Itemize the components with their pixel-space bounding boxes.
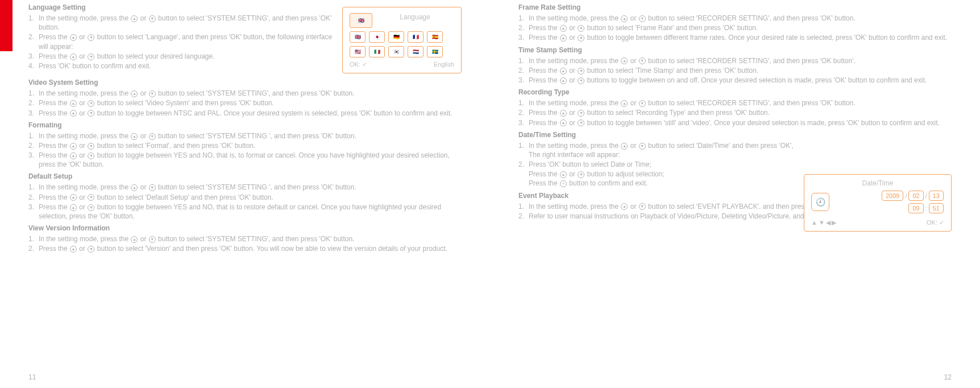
step-text: In the setting mode, press the ▲ or ▼ bu… bbox=[529, 98, 952, 108]
down-icon: ▼ bbox=[88, 194, 94, 201]
down-icon: ▼ bbox=[639, 203, 646, 210]
flag-icon: 🇪🇸 bbox=[427, 31, 443, 43]
step-text: Press the ▲ or ▼ button to select 'Recor… bbox=[529, 108, 952, 117]
page-number-left: 11 bbox=[28, 373, 36, 381]
up-icon: ▲ bbox=[560, 77, 567, 84]
num: 3. bbox=[28, 52, 39, 61]
sep: : bbox=[925, 205, 927, 212]
arrow-keys-icon: ▲▼◀▶ bbox=[811, 219, 837, 226]
heading-version-info: View Version Information bbox=[28, 224, 462, 232]
heading-frame-rate: Frame Rate Setting bbox=[518, 3, 952, 11]
up-icon: ▲ bbox=[70, 143, 77, 150]
down-icon: ▼ bbox=[88, 53, 94, 60]
step-text: In the setting mode, press the ▲ or ▼ bu… bbox=[529, 14, 952, 23]
num: 1. bbox=[518, 14, 529, 23]
year-field: 2009 bbox=[882, 191, 903, 201]
num: 2. bbox=[518, 66, 529, 75]
num: 1. bbox=[28, 131, 39, 141]
clock-icon: 🕘 bbox=[811, 193, 829, 211]
datetime-box-title: Date/Time bbox=[811, 179, 944, 187]
heading-recording-type: Recording Type bbox=[518, 88, 952, 96]
heading-language-setting: Language Setting bbox=[28, 3, 335, 11]
up-icon: ▲ bbox=[131, 15, 138, 22]
ok-label: OK: bbox=[927, 219, 937, 226]
up-icon: ▲ bbox=[131, 184, 138, 191]
up-icon: ▲ bbox=[560, 119, 567, 126]
step-text: Press 'OK' button to select Date or Time… bbox=[529, 160, 797, 169]
heading-formating: Formating bbox=[28, 121, 462, 129]
down-icon: ▼ bbox=[578, 110, 584, 117]
datetime-preview-box: Date/Time 🕘 2009/02/13 09:51 ▲▼◀▶ OK: ✓ bbox=[804, 174, 952, 232]
flag-icon: 🇳🇱 bbox=[408, 46, 423, 57]
menu-icon: ≡ bbox=[560, 180, 567, 187]
down-icon: ▼ bbox=[578, 35, 584, 42]
num: 2. bbox=[28, 244, 39, 253]
down-icon: ▼ bbox=[88, 100, 94, 107]
num: 1. bbox=[28, 89, 39, 98]
minute-field: 51 bbox=[929, 203, 944, 213]
up-icon: ▲ bbox=[621, 57, 628, 64]
sep: / bbox=[925, 192, 927, 199]
down-icon: ▼ bbox=[639, 15, 646, 22]
flag-icon: 🇺🇸 bbox=[350, 46, 366, 57]
num: 2. bbox=[518, 212, 529, 221]
num: 2. bbox=[518, 108, 529, 117]
up-icon: ▲ bbox=[560, 110, 567, 117]
flag-icon: 🇸🇪 bbox=[427, 46, 443, 57]
step-text: In the setting mode, press the ▲ or ▼ bu… bbox=[39, 14, 335, 32]
step-text: Press the ▲ or ▼ buttons to toggle betwe… bbox=[529, 76, 952, 85]
down-icon: ▼ bbox=[149, 236, 156, 243]
step-text: In the setting mode, press the ▲ or ▼ bu… bbox=[529, 56, 952, 65]
up-icon: ▲ bbox=[70, 110, 77, 117]
check-icon: ✓ bbox=[939, 219, 944, 226]
num: 1. bbox=[518, 141, 529, 150]
flag-icon: 🇬🇧 bbox=[350, 31, 366, 43]
num: 3. bbox=[28, 109, 39, 118]
heading-default-setup: Default Setup bbox=[28, 172, 462, 180]
step-text: Press the ▲ or ▼ button to toggle betwee… bbox=[39, 151, 462, 169]
down-icon: ▼ bbox=[149, 184, 156, 191]
red-tab bbox=[0, 0, 13, 51]
down-icon: ▼ bbox=[88, 110, 94, 117]
up-icon: ▲ bbox=[560, 35, 567, 42]
step-text: Press the ▲ or ▼ button to select 'Defau… bbox=[39, 193, 462, 202]
sep: / bbox=[905, 192, 907, 199]
day-field: 13 bbox=[929, 191, 944, 201]
up-icon: ▲ bbox=[70, 53, 77, 60]
step-text: Press the ▲ or ▼ button to select 'Video… bbox=[39, 98, 462, 108]
language-box-title: Language bbox=[376, 13, 454, 28]
step-text: In the setting mode, press the ▲ or ▼ bu… bbox=[39, 234, 462, 243]
num: 1. bbox=[28, 183, 39, 192]
down-icon: ▼ bbox=[88, 246, 94, 253]
up-icon: ▲ bbox=[621, 15, 628, 22]
num: 3. bbox=[518, 33, 529, 42]
step-text: Press the ▲ or ▼ button to toggle betwee… bbox=[39, 109, 462, 118]
check-icon: ✓ bbox=[362, 61, 367, 68]
up-icon: ▲ bbox=[131, 236, 138, 243]
up-icon: ▲ bbox=[70, 152, 77, 159]
step-text: Press the ▲ or ▼ button to select your d… bbox=[39, 52, 335, 61]
num: 1. bbox=[518, 202, 529, 211]
up-icon: ▲ bbox=[560, 171, 567, 178]
ok-label: OK: bbox=[350, 61, 360, 68]
step-text: Press the ▲ or ▼ button to toggle betwee… bbox=[39, 203, 462, 221]
up-icon: ▲ bbox=[70, 204, 77, 211]
num: 1. bbox=[518, 98, 529, 108]
flag-icon: 🇯🇵 bbox=[369, 31, 385, 43]
up-icon: ▲ bbox=[621, 100, 628, 107]
down-icon: ▼ bbox=[639, 100, 646, 107]
flag-icon: 🇮🇹 bbox=[369, 46, 385, 57]
heading-date-time: Date/Time Setting bbox=[518, 131, 797, 139]
step-text: Press the ▲ or ▼ button to select 'Time … bbox=[529, 66, 952, 75]
step-text: Press the ▲ or ▼ button to toggle betwee… bbox=[529, 33, 952, 42]
num: 3. bbox=[28, 151, 39, 160]
step-text: Press 'OK' button to confirm and exit. bbox=[39, 61, 335, 71]
down-icon: ▼ bbox=[88, 152, 94, 159]
down-icon: ▼ bbox=[88, 143, 94, 150]
num: 3. bbox=[518, 118, 529, 127]
flag-selected-icon: 🇬🇧 bbox=[350, 13, 372, 28]
num: 2. bbox=[518, 160, 529, 169]
heading-video-system: Video System Setting bbox=[28, 79, 462, 86]
num: 3. bbox=[28, 203, 39, 212]
up-icon: ▲ bbox=[131, 90, 138, 97]
